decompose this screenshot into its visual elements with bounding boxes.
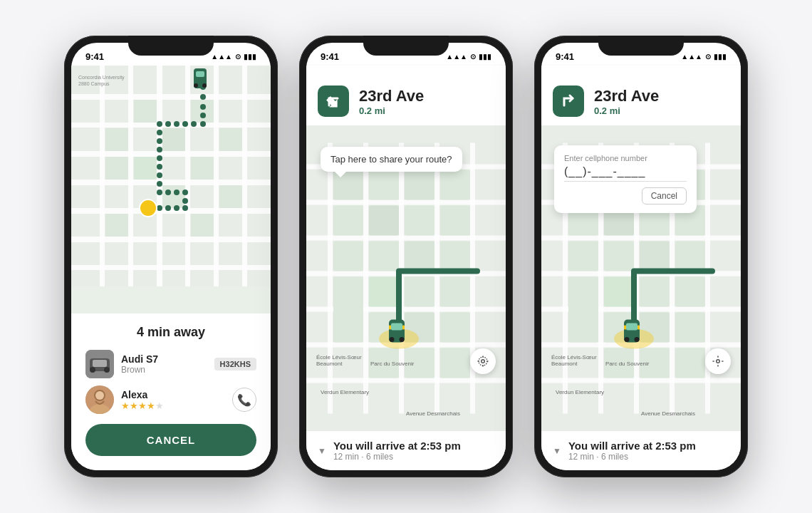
svg-point-52 [157,205,162,211]
map-label-3a: École Lévis-SœurBeaumont [551,354,597,367]
phone-3: 9:41 ▲▲▲ ⊙ ▮▮▮ 23rd Ave 0.2 mi [534,36,748,477]
svg-rect-77 [363,143,368,414]
map-label-university: Concordia University2880 Campus [78,74,125,87]
svg-rect-153 [637,326,640,330]
svg-rect-8 [100,66,105,286]
svg-rect-96 [440,277,470,307]
svg-point-151 [635,337,640,342]
nav-arrow-2 [318,86,349,117]
battery-icon: ▮▮▮ [244,53,256,61]
cancel-button[interactable]: CANCEL [85,424,256,456]
svg-rect-93 [333,277,363,343]
svg-rect-136 [675,242,705,271]
map-1: Concordia University2880 Campus [71,66,271,314]
svg-rect-138 [604,277,634,307]
svg-rect-86 [369,206,399,236]
svg-point-106 [390,337,395,342]
svg-point-110 [482,360,485,363]
svg-point-28 [200,94,206,100]
svg-point-42 [157,172,162,178]
chevron-down-icon-2[interactable]: ▼ [318,446,326,456]
arrival-main-3: You will arrive at 2:53 pm [568,440,729,452]
svg-rect-13 [242,66,247,286]
svg-rect-12 [214,66,219,286]
svg-rect-109 [402,326,405,330]
status-icons-2: ▲▲▲ ⊙ ▮▮▮ [446,53,491,61]
svg-rect-152 [624,326,626,330]
nav-street-3: 23rd Ave [594,87,659,105]
svg-point-62 [90,367,95,373]
map-2: Tap here to share your route? École Lévi… [306,125,506,431]
svg-rect-149 [626,323,637,331]
call-button[interactable]: 📞 [232,388,256,412]
car-info-row: Audi S7 Brown H32KHS [85,350,256,378]
svg-point-56 [194,83,198,88]
nav-header-2: 23rd Ave 0.2 mi [306,66,506,125]
svg-point-49 [182,205,188,211]
svg-rect-17 [191,100,214,123]
notch-1 [128,36,214,56]
svg-point-150 [625,337,630,342]
svg-rect-70 [306,200,506,205]
driver-stars: ★★★★★ [121,400,232,411]
map-label-2b: Parc du Souvenir [370,361,414,367]
location-button-3[interactable] [705,348,731,374]
svg-rect-71 [306,236,506,241]
svg-point-41 [157,164,162,170]
svg-rect-94 [369,277,399,307]
svg-point-34 [174,121,179,127]
svg-point-33 [182,121,188,127]
map-label-2d: Verdun Elementary [321,389,369,395]
driver-info: Alexa ★★★★★ [121,389,232,411]
nav-arrow-3 [553,86,584,117]
chevron-down-icon-3[interactable]: ▼ [553,446,561,456]
svg-rect-102 [440,348,470,378]
svg-rect-82 [369,170,399,200]
plate-badge: H32KHS [214,358,256,370]
svg-point-58 [140,200,157,217]
car-details: Audi S7 Brown [121,353,214,375]
notch-2 [363,36,449,56]
svg-rect-25 [219,185,242,208]
svg-point-45 [165,190,171,195]
svg-rect-79 [434,143,439,414]
svg-rect-24 [219,128,242,151]
svg-rect-55 [196,71,204,77]
dialog-cancel-button[interactable]: Cancel [642,187,687,204]
location-button-2[interactable] [470,348,496,374]
driver-name: Alexa [121,389,232,400]
svg-rect-87 [405,206,434,236]
driver-avatar [85,385,114,414]
svg-point-67 [95,391,104,400]
arrival-panel-3: ▼ You will arrive at 2:53 pm 12 min · 6 … [541,431,741,470]
map-3: Enter cellphone number (__)-___-____ Can… [541,125,741,431]
svg-rect-80 [470,143,475,414]
svg-rect-92 [440,242,470,271]
map-label-2a: École Lévis-SœurBeaumont [316,354,362,367]
svg-rect-89 [333,242,363,271]
svg-point-30 [200,113,206,118]
phone-dialog: Enter cellphone number (__)-___-____ Can… [554,145,697,213]
svg-point-107 [400,337,405,342]
svg-rect-18 [105,157,128,180]
phones-container: 9:41 ▲▲▲ ⊙ ▮▮▮ [50,21,762,492]
svg-rect-95 [405,277,434,307]
map-label-3b: Parc du Souvenir [605,361,649,367]
svg-point-48 [182,198,188,204]
svg-point-31 [200,121,206,127]
svg-rect-83 [405,170,434,200]
svg-rect-76 [328,143,333,414]
battery-icon-2: ▮▮▮ [479,53,491,61]
dialog-cancel-container: Cancel [564,187,687,204]
map-svg-1 [71,66,271,286]
svg-point-63 [104,367,110,373]
svg-rect-9 [128,66,133,286]
dialog-input[interactable]: (__)-___-____ [564,165,687,182]
svg-rect-91 [405,242,434,271]
nav-dist-3: 0.2 mi [594,105,659,116]
svg-point-36 [157,121,162,127]
svg-rect-21 [191,157,214,180]
share-route-tooltip[interactable]: Tap here to share your route? [321,147,462,172]
svg-point-46 [174,190,179,195]
svg-point-37 [157,130,162,135]
